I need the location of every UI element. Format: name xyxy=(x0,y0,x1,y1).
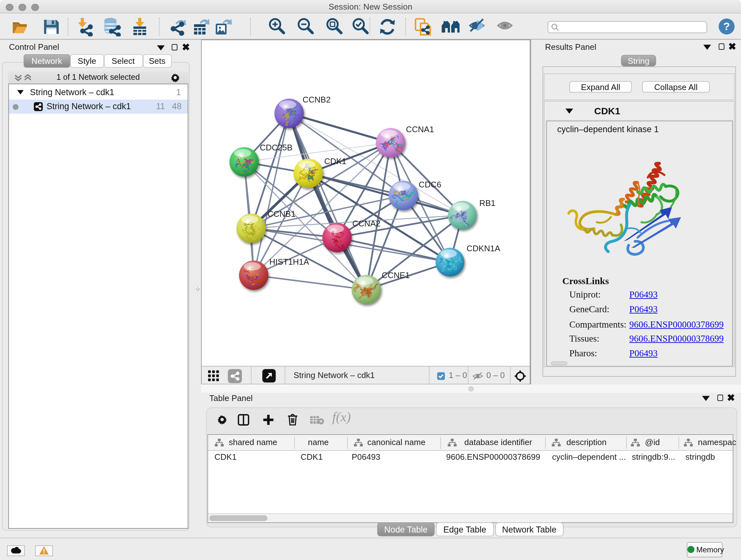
svg-text:CDC25B: CDC25B xyxy=(260,143,293,152)
svg-text:CDK1: CDK1 xyxy=(324,157,346,166)
svg-text:CCNE1: CCNE1 xyxy=(382,270,410,280)
svg-text:CDKN1A: CDKN1A xyxy=(467,244,500,253)
svg-text:RB1: RB1 xyxy=(479,198,495,208)
svg-text:CCNB1: CCNB1 xyxy=(267,209,295,219)
svg-text:CDC6: CDC6 xyxy=(419,180,441,189)
svg-text:CCNA1: CCNA1 xyxy=(406,125,434,134)
svg-text:CCNA2: CCNA2 xyxy=(352,219,381,228)
svg-text:HIST1H1A: HIST1H1A xyxy=(269,257,309,266)
svg-text:CCNB2: CCNB2 xyxy=(302,95,331,105)
